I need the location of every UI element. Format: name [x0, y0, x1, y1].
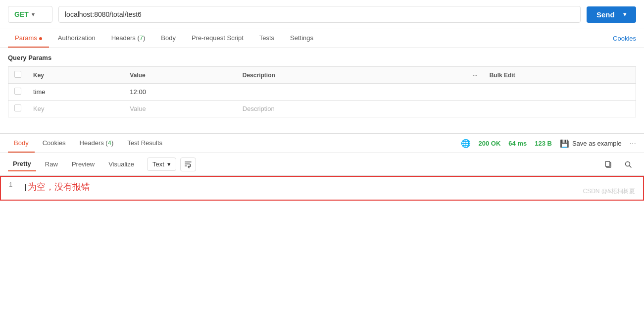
cursor: [25, 184, 26, 191]
wrap-lines-button[interactable]: [180, 158, 196, 171]
row-description[interactable]: [237, 84, 416, 101]
copy-icon: [604, 160, 612, 168]
row-checkbox[interactable]: [14, 88, 21, 95]
send-label: Send: [596, 10, 615, 19]
svg-line-3: [630, 165, 632, 167]
tab-authorization[interactable]: Authorization: [51, 29, 102, 48]
save-as-example-button[interactable]: 💾 Save as example: [560, 139, 622, 148]
row-key[interactable]: time: [27, 84, 124, 101]
params-table: Key Value Description ··· Bulk Edit time…: [8, 66, 636, 117]
globe-icon: 🌐: [461, 139, 471, 148]
method-chevron: ▾: [32, 11, 35, 18]
tab-tests[interactable]: Tests: [252, 29, 281, 48]
params-dot: [39, 37, 42, 40]
text-format-chevron: ▾: [167, 160, 171, 168]
response-tabs-bar: Body Cookies Headers (4) Test Results 🌐 …: [0, 134, 644, 153]
tab-settings[interactable]: Settings: [283, 29, 320, 48]
placeholder-dots: [416, 101, 484, 117]
placeholder-row: Key Value Description: [8, 101, 636, 117]
table-header-row: Key Value Description ··· Bulk Edit: [8, 67, 636, 84]
send-chevron: ▾: [619, 11, 626, 18]
placeholder-checkbox[interactable]: [14, 105, 21, 111]
copy-button[interactable]: [600, 158, 616, 171]
tab-headers[interactable]: Headers (7): [104, 29, 152, 48]
tab-params[interactable]: Params: [8, 29, 49, 48]
cookies-link[interactable]: Cookies: [613, 35, 636, 42]
format-bar-right: [600, 158, 636, 171]
top-bar: GET ▾ Send ▾: [0, 0, 644, 29]
tab-pre-request[interactable]: Pre-request Script: [185, 29, 250, 48]
method-selector[interactable]: GET ▾: [8, 6, 52, 23]
response-tab-cookies[interactable]: Cookies: [37, 134, 72, 153]
status-code: 200 OK: [479, 140, 501, 147]
method-label: GET: [14, 10, 29, 18]
svg-rect-1: [605, 161, 610, 166]
format-tab-visualize[interactable]: Visualize: [103, 158, 139, 171]
annotation-text: 为空，没有报错: [28, 182, 90, 192]
query-params-title: Query Params: [8, 54, 636, 61]
format-bar: Pretty Raw Preview Visualize Text ▾: [0, 153, 644, 176]
save-icon: 💾: [560, 139, 569, 148]
row-value[interactable]: 12:00: [124, 84, 236, 101]
query-params-section: Query Params Key Value Description ··· B…: [0, 48, 644, 123]
format-tab-pretty[interactable]: Pretty: [8, 157, 36, 171]
response-size: 123 B: [535, 140, 552, 147]
header-key: Key: [27, 67, 124, 84]
header-dots: ···: [416, 67, 484, 84]
text-format-selector[interactable]: Text ▾: [147, 158, 176, 171]
response-meta: 🌐 200 OK 64 ms 123 B 💾 Save as example ·…: [461, 139, 636, 148]
line-number: 1: [9, 181, 19, 196]
response-time: 64 ms: [508, 140, 527, 147]
tab-body[interactable]: Body: [154, 29, 183, 48]
header-description: Description: [237, 67, 416, 84]
more-options-button[interactable]: ···: [630, 139, 636, 148]
response-section: Body Cookies Headers (4) Test Results 🌐 …: [0, 133, 644, 201]
response-tab-test-results[interactable]: Test Results: [121, 134, 168, 153]
watermark: CSDN @&梧桐树夏: [583, 187, 635, 196]
placeholder-description[interactable]: Description: [237, 101, 416, 117]
request-tabs: Params Authorization Headers (7) Body Pr…: [0, 29, 644, 48]
format-tab-preview[interactable]: Preview: [67, 158, 99, 171]
search-icon: [624, 160, 632, 168]
search-button[interactable]: [620, 158, 636, 171]
text-format-label: Text: [152, 160, 164, 168]
wrap-icon: [184, 160, 192, 168]
code-content[interactable]: 为空，没有报错: [25, 181, 635, 196]
url-input[interactable]: [58, 6, 581, 23]
response-tab-body[interactable]: Body: [8, 134, 35, 153]
send-button[interactable]: Send ▾: [587, 6, 636, 23]
row-extra: [484, 84, 636, 101]
select-all-checkbox[interactable]: [14, 71, 21, 78]
format-tab-raw[interactable]: Raw: [40, 158, 63, 171]
header-checkbox-col: [8, 67, 28, 84]
header-value: Value: [124, 67, 236, 84]
placeholder-extra: [484, 101, 636, 117]
placeholder-checkbox-cell: [8, 101, 28, 117]
placeholder-key[interactable]: Key: [27, 101, 124, 117]
placeholder-value[interactable]: Value: [124, 101, 236, 117]
row-checkbox-cell: [8, 84, 28, 101]
save-label: Save as example: [572, 140, 622, 147]
code-area: 1 为空，没有报错 CSDN @&梧桐树夏: [0, 176, 644, 201]
response-tab-headers[interactable]: Headers (4): [74, 134, 120, 153]
table-row: time 12:00: [8, 84, 636, 101]
header-bulk-edit[interactable]: Bulk Edit: [484, 67, 636, 84]
row-actions: [416, 84, 484, 101]
